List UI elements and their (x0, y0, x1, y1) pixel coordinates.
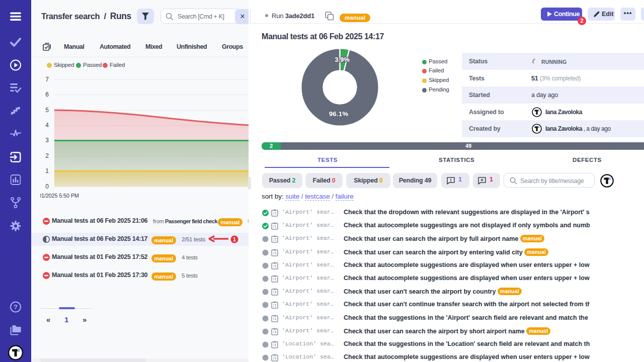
svg-text:96.1%: 96.1% (329, 110, 348, 118)
svg-text:?: ? (14, 303, 18, 311)
svg-text:2: 2 (580, 18, 583, 24)
svg-text:1: 1 (233, 236, 236, 242)
svg-text:3.9%: 3.9% (335, 56, 350, 63)
